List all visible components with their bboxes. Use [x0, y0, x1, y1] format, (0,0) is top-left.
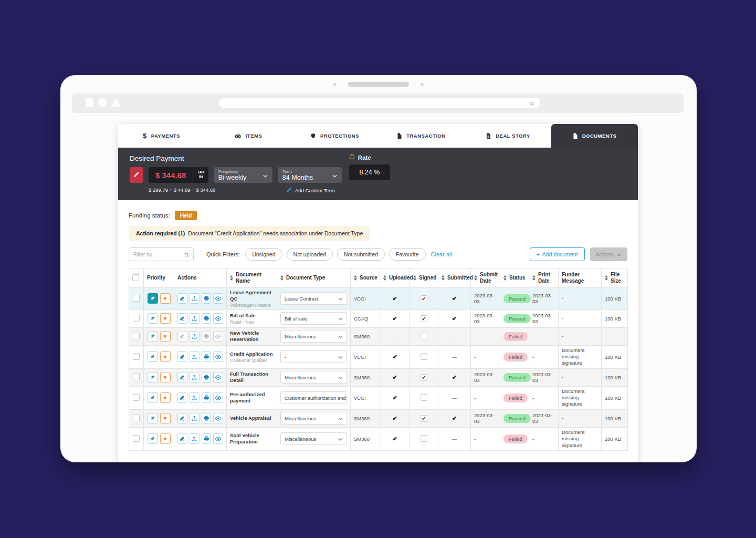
- sort-icon[interactable]: [413, 275, 416, 281]
- row-checkbox[interactable]: [133, 394, 140, 401]
- doc-type-select[interactable]: Customer authorization and: [280, 391, 347, 404]
- view-button[interactable]: [213, 372, 223, 382]
- doc-type-select[interactable]: Miscellaneous: [280, 330, 347, 343]
- tab-items[interactable]: ITEMS: [205, 124, 291, 148]
- row-checkbox[interactable]: [133, 295, 140, 302]
- signed-checkbox[interactable]: [421, 333, 427, 339]
- tab-protections[interactable]: PROTECTIONS: [291, 124, 378, 148]
- view-button[interactable]: [213, 433, 223, 444]
- signature-button[interactable]: [177, 433, 187, 444]
- pin-button[interactable]: [148, 413, 158, 423]
- signature-button[interactable]: [177, 392, 187, 403]
- tab-payments[interactable]: $PAYMENTS: [118, 124, 205, 148]
- view-button[interactable]: [213, 392, 223, 403]
- print-button[interactable]: [202, 392, 212, 403]
- sort-icon[interactable]: [532, 275, 536, 281]
- print-button[interactable]: [202, 433, 212, 444]
- column-header-signed[interactable]: Signed: [410, 268, 438, 288]
- doc-type-select[interactable]: Bill of sale: [280, 312, 347, 325]
- row-checkbox[interactable]: [133, 435, 140, 442]
- signed-checkbox[interactable]: ✔: [421, 295, 427, 302]
- upload-button[interactable]: [190, 351, 200, 362]
- add-document-button[interactable]: + Add document: [530, 247, 585, 261]
- upload-button[interactable]: [190, 313, 200, 324]
- quick-filter-not-submitted[interactable]: Not submitted: [337, 248, 385, 261]
- upload-button[interactable]: [190, 372, 200, 382]
- sort-icon[interactable]: [230, 275, 233, 281]
- column-header-source[interactable]: Source: [351, 268, 380, 288]
- column-header-print-date[interactable]: Print Date: [529, 268, 559, 288]
- signature-button[interactable]: [177, 372, 187, 382]
- upload-button[interactable]: [190, 293, 200, 304]
- tab-transaction[interactable]: TRANSACTION: [378, 124, 465, 148]
- print-button[interactable]: [202, 313, 212, 324]
- signed-checkbox[interactable]: [421, 394, 427, 401]
- pin-button[interactable]: [148, 331, 158, 342]
- upload-button[interactable]: [190, 413, 200, 423]
- upload-button[interactable]: [190, 331, 200, 342]
- favourite-button[interactable]: ♥: [160, 372, 171, 382]
- quick-filter-unsigned[interactable]: Unsigned: [245, 248, 282, 261]
- browser-search-bar[interactable]: [219, 98, 540, 108]
- pin-button[interactable]: [148, 313, 158, 324]
- sort-icon[interactable]: [474, 275, 477, 281]
- pin-button[interactable]: [148, 392, 158, 403]
- select-all-checkbox[interactable]: [132, 274, 139, 281]
- favourite-button[interactable]: ♥: [160, 313, 171, 324]
- signed-checkbox[interactable]: ✔: [421, 415, 427, 422]
- favourite-button[interactable]: ♥: [160, 293, 171, 304]
- signed-checkbox[interactable]: ✔: [421, 374, 427, 381]
- view-button[interactable]: [213, 293, 223, 304]
- sort-icon[interactable]: [442, 275, 445, 281]
- pin-button[interactable]: [148, 293, 158, 304]
- row-checkbox[interactable]: [133, 353, 140, 360]
- print-button[interactable]: [202, 413, 212, 423]
- column-header-submitted[interactable]: Submitted: [438, 268, 471, 288]
- row-checkbox[interactable]: [133, 374, 140, 380]
- signature-button[interactable]: [177, 351, 187, 362]
- signed-checkbox[interactable]: [421, 435, 427, 442]
- column-header-document-type[interactable]: Document Type: [277, 268, 351, 288]
- doc-type-select[interactable]: Miscellaneous: [280, 371, 347, 384]
- add-custom-term-link[interactable]: Add Custom Term: [286, 187, 335, 194]
- row-checkbox[interactable]: [133, 315, 140, 322]
- doc-type-select[interactable]: Miscellaneous: [280, 432, 347, 445]
- favourite-button[interactable]: ♥: [160, 413, 171, 423]
- row-checkbox[interactable]: [133, 415, 140, 421]
- column-header-document-name[interactable]: Document Name: [227, 268, 277, 288]
- sort-icon[interactable]: [605, 275, 608, 281]
- doc-type-select[interactable]: Lease Contract: [280, 292, 347, 305]
- pin-button[interactable]: [148, 351, 158, 362]
- actions-dropdown-button[interactable]: Actions: [590, 247, 627, 261]
- doc-type-select[interactable]: Miscellaneous: [280, 412, 347, 425]
- column-header-submit-date[interactable]: Submit Date: [471, 268, 500, 288]
- column-header-uploaded[interactable]: Uploaded: [380, 268, 410, 288]
- upload-button[interactable]: [190, 433, 200, 444]
- view-button[interactable]: [213, 413, 223, 423]
- signature-button[interactable]: [177, 293, 187, 304]
- signature-button[interactable]: [177, 413, 187, 423]
- quick-filter-not-uploaded[interactable]: Not uploaded: [287, 248, 333, 261]
- sort-icon[interactable]: [354, 275, 357, 281]
- row-checkbox[interactable]: [133, 333, 140, 339]
- favourite-button[interactable]: ♥: [160, 331, 171, 342]
- sort-icon[interactable]: [280, 275, 284, 281]
- clear-all-link[interactable]: Clear all: [431, 251, 452, 257]
- upload-button[interactable]: [190, 392, 200, 403]
- signed-checkbox[interactable]: [421, 353, 427, 360]
- column-header-file-size[interactable]: File Size: [602, 268, 628, 288]
- print-button[interactable]: [202, 293, 212, 304]
- favourite-button[interactable]: ♥: [160, 392, 171, 403]
- pin-button[interactable]: [148, 433, 158, 444]
- sort-icon[interactable]: [503, 275, 507, 281]
- signed-checkbox[interactable]: ✔: [421, 315, 427, 322]
- edit-payment-button[interactable]: [130, 167, 143, 183]
- print-button[interactable]: [202, 351, 212, 362]
- favourite-button[interactable]: ♥: [160, 433, 171, 444]
- frequency-select[interactable]: Frequency Bi-weekly: [214, 167, 272, 183]
- term-select[interactable]: Term 84 Months: [278, 167, 342, 183]
- quick-filter-favourite[interactable]: Favourite: [389, 248, 426, 261]
- signature-button[interactable]: [177, 313, 187, 324]
- column-header-status[interactable]: Status: [500, 268, 529, 288]
- view-button[interactable]: [213, 351, 223, 362]
